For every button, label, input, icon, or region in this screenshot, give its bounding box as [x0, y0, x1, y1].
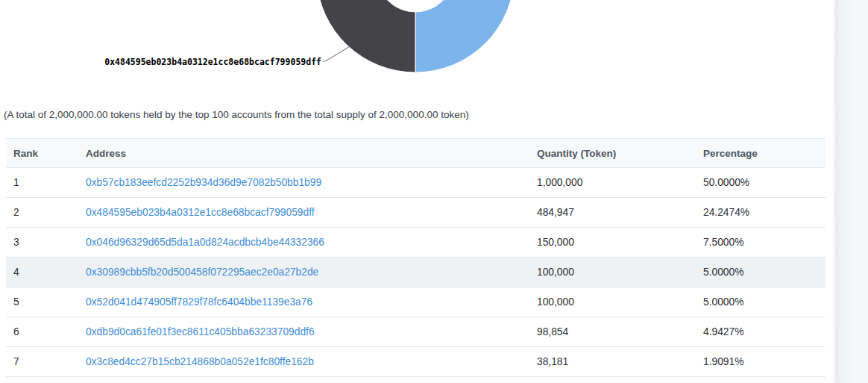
quantity-cell: 98,854	[529, 317, 696, 347]
rank-cell: 4	[6, 258, 78, 287]
quantity-cell: 484,947	[529, 198, 696, 228]
address-cell: 0x30989cbb5fb20d500458f072295aec2e0a27b2…	[78, 258, 529, 287]
page-background-strip	[834, 0, 868, 383]
table-row: 5 0x52d041d474905ff7829f78fc6404bbe1139e…	[6, 287, 825, 317]
holders-table-container: Rank Address Quantity (Token) Percentage…	[6, 138, 825, 377]
holders-summary-caption: (A total of 2,000,000.00 tokens held by …	[4, 109, 469, 120]
address-link[interactable]: 0xdb9d0ca61fe01f3ec8611c405bba63233709dd…	[86, 326, 315, 337]
table-row-highlighted: 4 0x30989cbb5fb20d500458f072295aec2e0a27…	[6, 258, 825, 287]
address-cell: 0x484595eb023b4a0312e1cc8e68bcacf799059d…	[78, 198, 529, 228]
header-rank: Rank	[6, 139, 78, 168]
table-header-row: Rank Address Quantity (Token) Percentage	[6, 139, 825, 168]
address-cell: 0x046d96329d65d5da1a0d824acdbcb4be443323…	[78, 228, 529, 258]
percentage-cell: 50.0000%	[696, 168, 825, 198]
pie-slice-data-label: 0x484595eb023b4a0312e1cc8e68bcacf799059d…	[0, 57, 321, 67]
address-cell: 0x52d041d474905ff7829f78fc6404bbe1139e3a…	[78, 287, 529, 317]
address-cell: 0xb57cb183eefcd2252b934d36d9e7082b50bb1b…	[78, 168, 529, 198]
rank-cell: 3	[6, 228, 78, 258]
address-link[interactable]: 0x30989cbb5fb20d500458f072295aec2e0a27b2…	[86, 267, 318, 278]
address-link[interactable]: 0x046d96329d65d5da1a0d824acdbcb4be443323…	[86, 237, 324, 248]
percentage-cell: 4.9427%	[696, 317, 825, 347]
header-percentage: Percentage	[696, 139, 825, 168]
rank-cell: 5	[6, 287, 78, 317]
table-row: 3 0x046d96329d65d5da1a0d824acdbcb4be4433…	[6, 228, 825, 258]
percentage-cell: 5.0000%	[696, 287, 825, 317]
quantity-cell: 38,181	[529, 347, 696, 377]
address-link[interactable]: 0x484595eb023b4a0312e1cc8e68bcacf799059d…	[86, 207, 315, 218]
address-cell: 0x3c8ed4cc27b15cb214868b0a052e1fc80ffe16…	[78, 347, 529, 377]
percentage-cell: 7.5000%	[696, 228, 825, 258]
address-cell: 0xdb9d0ca61fe01f3ec8611c405bba63233709dd…	[78, 317, 529, 347]
rank-cell: 7	[6, 347, 78, 377]
address-link[interactable]: 0x3c8ed4cc27b15cb214868b0a052e1fc80ffe16…	[86, 356, 314, 367]
percentage-cell: 5.0000%	[696, 258, 825, 287]
donut-slice[interactable]	[415, 0, 515, 72]
token-holders-page: 0x484595eb023b4a0312e1cc8e68bcacf799059d…	[0, 0, 868, 383]
address-link[interactable]: 0xb57cb183eefcd2252b934d36d9e7082b50bb1b…	[86, 177, 321, 188]
percentage-cell: 1.9091%	[696, 347, 825, 377]
header-quantity: Quantity (Token)	[529, 139, 696, 168]
table-row: 1 0xb57cb183eefcd2252b934d36d9e7082b50bb…	[6, 168, 825, 198]
table-row: 6 0xdb9d0ca61fe01f3ec8611c405bba63233709…	[6, 317, 825, 347]
table-row: 7 0x3c8ed4cc27b15cb214868b0a052e1fc80ffe…	[6, 347, 825, 377]
holders-table: Rank Address Quantity (Token) Percentage…	[6, 138, 825, 377]
quantity-cell: 100,000	[529, 287, 696, 317]
rank-cell: 1	[6, 168, 78, 198]
header-address: Address	[78, 139, 529, 168]
rank-cell: 2	[6, 198, 78, 228]
table-row: 2 0x484595eb023b4a0312e1cc8e68bcacf79905…	[6, 198, 825, 228]
quantity-cell: 1,000,000	[529, 168, 696, 198]
pie-label-connector-line	[324, 46, 351, 62]
holders-donut-chart	[0, 0, 868, 90]
rank-cell: 6	[6, 317, 78, 347]
quantity-cell: 150,000	[529, 228, 696, 258]
quantity-cell: 100,000	[529, 258, 696, 287]
address-link[interactable]: 0x52d041d474905ff7829f78fc6404bbe1139e3a…	[86, 296, 312, 308]
donut-slice[interactable]	[316, 0, 415, 72]
percentage-cell: 24.2474%	[696, 198, 825, 228]
